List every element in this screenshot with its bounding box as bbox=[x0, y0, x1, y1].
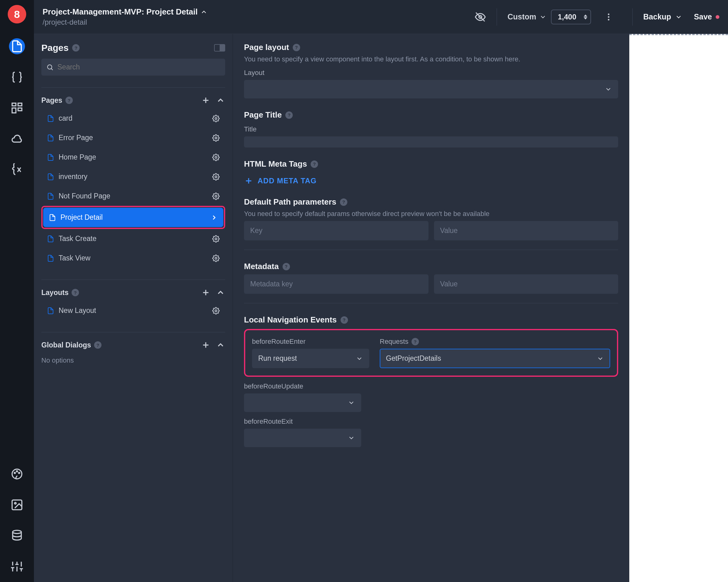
help-icon[interactable]: ? bbox=[285, 111, 293, 119]
backup-button[interactable]: Backup bbox=[643, 12, 682, 21]
help-icon[interactable]: ? bbox=[94, 341, 102, 349]
page-icon bbox=[47, 235, 54, 243]
metadata-value-input[interactable]: Value bbox=[434, 274, 619, 294]
chevron-down-icon bbox=[348, 399, 355, 406]
collapse-section-icon[interactable] bbox=[216, 340, 225, 350]
svg-point-15 bbox=[48, 65, 52, 69]
panel-toggle-icon[interactable] bbox=[214, 44, 225, 52]
gear-icon[interactable] bbox=[212, 115, 219, 122]
before-enter-select[interactable]: Run request bbox=[252, 349, 369, 368]
nav-theme-icon[interactable] bbox=[9, 466, 25, 482]
meta-tags-title: HTML Meta Tags bbox=[244, 159, 307, 169]
before-update-label: beforeRouteUpdate bbox=[244, 382, 618, 390]
svg-point-19 bbox=[215, 176, 217, 178]
nav-function-icon[interactable] bbox=[9, 162, 25, 178]
nav-rail: 8 bbox=[0, 0, 34, 582]
help-icon[interactable]: ? bbox=[340, 198, 347, 206]
help-icon[interactable]: ? bbox=[283, 263, 290, 270]
help-icon[interactable]: ? bbox=[311, 160, 318, 168]
gear-icon[interactable] bbox=[212, 307, 219, 314]
canvas[interactable] bbox=[629, 34, 728, 582]
before-exit-select[interactable] bbox=[244, 429, 361, 447]
page-item-label: Home Page bbox=[59, 153, 96, 161]
nav-pages-icon[interactable] bbox=[9, 38, 25, 54]
plus-icon bbox=[244, 176, 253, 185]
svg-point-22 bbox=[215, 257, 217, 259]
collapse-section-icon[interactable] bbox=[216, 288, 225, 297]
chevron-down-icon bbox=[597, 355, 604, 362]
page-item[interactable]: Project Detail bbox=[43, 208, 223, 227]
page-icon bbox=[47, 255, 54, 262]
help-icon[interactable]: ? bbox=[72, 44, 80, 52]
page-item[interactable]: Home Page bbox=[41, 148, 225, 167]
logo: 8 bbox=[8, 5, 26, 23]
page-item[interactable]: inventory bbox=[41, 167, 225, 186]
metadata-key-input[interactable]: Metadata key bbox=[244, 274, 428, 294]
add-page-icon[interactable] bbox=[201, 96, 210, 105]
page-item-label: Error Page bbox=[59, 134, 93, 142]
nav-data-icon[interactable] bbox=[9, 528, 25, 544]
title-input[interactable] bbox=[244, 136, 618, 148]
settings-panel: Page layout ? You need to specify a view… bbox=[233, 34, 629, 582]
layout-select[interactable] bbox=[244, 80, 618, 98]
page-item[interactable]: Error Page bbox=[41, 128, 225, 148]
page-icon bbox=[47, 173, 54, 180]
svg-point-12 bbox=[608, 13, 609, 15]
zoom-mode-select[interactable]: Custom bbox=[508, 12, 547, 21]
page-item[interactable]: Not Found Page bbox=[41, 186, 225, 206]
gear-icon[interactable] bbox=[212, 235, 219, 243]
nav-components-icon[interactable] bbox=[9, 100, 25, 116]
gear-icon[interactable] bbox=[212, 154, 219, 161]
nav-assets-icon[interactable] bbox=[9, 497, 25, 513]
before-update-select[interactable] bbox=[244, 394, 361, 412]
page-item[interactable]: Task Create bbox=[41, 229, 225, 248]
pages-panel-title: Pages bbox=[41, 43, 69, 53]
help-icon[interactable]: ? bbox=[412, 338, 419, 345]
page-item-label: inventory bbox=[59, 173, 87, 181]
svg-point-9 bbox=[15, 502, 16, 504]
collapse-section-icon[interactable] bbox=[216, 96, 225, 105]
add-meta-tag-button[interactable]: ADD META TAG bbox=[244, 176, 618, 185]
add-dialog-icon[interactable] bbox=[201, 340, 210, 350]
svg-rect-1 bbox=[18, 103, 22, 106]
project-title[interactable]: Project-Management-MVP: Project Detail bbox=[43, 7, 208, 17]
help-icon[interactable]: ? bbox=[341, 316, 348, 324]
zoom-stepper[interactable]: 1,400 bbox=[551, 9, 591, 24]
svg-point-14 bbox=[608, 19, 609, 20]
chevron-up-icon bbox=[200, 8, 208, 16]
gear-icon[interactable] bbox=[212, 193, 219, 200]
svg-point-18 bbox=[215, 156, 217, 158]
requests-select[interactable]: GetProjectDetails bbox=[380, 349, 610, 368]
search-input[interactable] bbox=[41, 59, 225, 76]
layouts-section-label: Layouts bbox=[41, 288, 69, 297]
before-exit-label: beforeRouteExit bbox=[244, 417, 618, 426]
svg-point-6 bbox=[16, 471, 18, 472]
help-icon[interactable]: ? bbox=[72, 289, 79, 296]
nav-braces-icon[interactable] bbox=[9, 69, 25, 85]
path-params-title: Default Path parameters bbox=[244, 197, 336, 207]
chevron-down-icon bbox=[348, 434, 355, 441]
gear-icon[interactable] bbox=[212, 255, 219, 262]
more-menu-icon[interactable] bbox=[604, 12, 613, 22]
page-layout-desc: You need to specify a view component int… bbox=[244, 55, 618, 63]
help-icon[interactable]: ? bbox=[66, 97, 73, 104]
zoom-up-icon[interactable] bbox=[583, 15, 587, 17]
project-path: /project-detail bbox=[43, 18, 208, 27]
visibility-off-icon[interactable] bbox=[474, 11, 486, 23]
gear-icon[interactable] bbox=[212, 173, 219, 180]
gear-icon[interactable] bbox=[212, 134, 219, 142]
path-key-input[interactable]: Key bbox=[244, 221, 428, 241]
nav-settings-icon[interactable] bbox=[9, 559, 25, 575]
page-title-heading: Page Title bbox=[244, 110, 282, 120]
add-layout-icon[interactable] bbox=[201, 288, 210, 297]
layout-item[interactable]: New Layout bbox=[41, 301, 225, 320]
save-button[interactable]: Save bbox=[694, 12, 719, 21]
svg-point-20 bbox=[215, 195, 217, 197]
page-item[interactable]: Task View bbox=[41, 248, 225, 268]
nav-cloud-icon[interactable] bbox=[9, 131, 25, 147]
help-icon[interactable]: ? bbox=[293, 44, 300, 51]
before-enter-label: beforeRouteEnter bbox=[252, 337, 372, 346]
page-item[interactable]: card bbox=[41, 109, 225, 128]
path-value-input[interactable]: Value bbox=[434, 221, 619, 241]
zoom-down-icon[interactable] bbox=[583, 17, 587, 20]
